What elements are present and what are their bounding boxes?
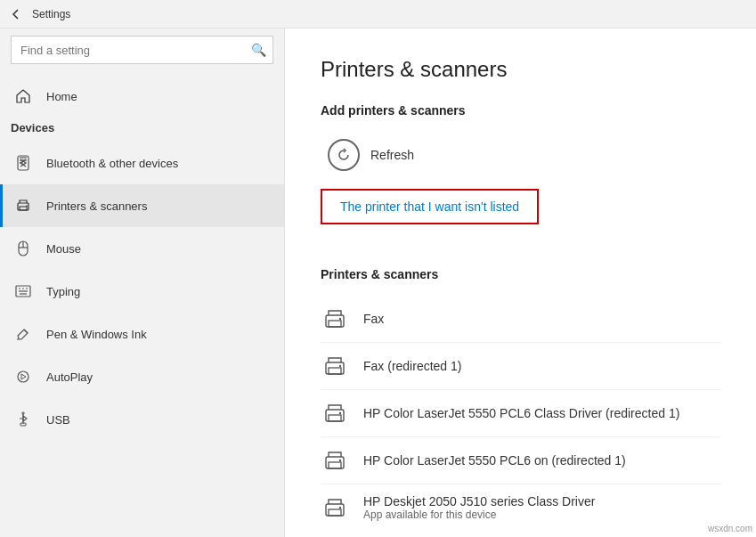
refresh-label: Refresh [370, 148, 414, 162]
refresh-button[interactable]: Refresh [321, 132, 421, 178]
bluetooth-label: Bluetooth & other devices [46, 157, 178, 170]
typing-label: Typing [46, 285, 80, 298]
svg-rect-22 [329, 321, 341, 327]
sidebar-item-usb[interactable]: USB [0, 398, 284, 441]
printers-list: Fax Fax (redirected 1) [321, 296, 720, 531]
watermark: wsxdn.com [708, 524, 752, 533]
usb-label: USB [46, 413, 70, 427]
printer-name: HP Color LaserJet 5550 PCL6 on (redirect… [363, 453, 626, 468]
printers-label: Printers & scanners [46, 199, 147, 213]
printers-list-section: Printers & scanners Fax [321, 267, 720, 531]
sidebar-item-printers[interactable]: Printers & scanners [0, 184, 284, 227]
svg-rect-5 [20, 207, 27, 210]
usb-icon [11, 407, 36, 432]
svg-point-26 [339, 365, 341, 367]
printer-icon [11, 193, 36, 218]
search-container: 🔍 [11, 36, 273, 64]
svg-point-23 [339, 318, 341, 320]
printer-not-listed-box[interactable]: The printer that I want isn't listed [321, 189, 539, 224]
sidebar-item-pen[interactable]: Pen & Windows Ink [0, 313, 284, 355]
add-section-title: Add printers & scanners [321, 103, 720, 118]
svg-point-17 [18, 371, 28, 382]
svg-rect-19 [20, 423, 26, 426]
sidebar-item-mouse[interactable]: Mouse [0, 227, 284, 270]
printer-not-listed-link[interactable]: The printer that I want isn't listed [340, 199, 519, 214]
printer-device-icon [321, 493, 349, 522]
printer-name: HP Color LaserJet 5550 PCL6 Class Driver… [363, 406, 679, 420]
search-icon: 🔍 [251, 43, 266, 57]
printer-name: HP Deskjet 2050 J510 series Class Driver [363, 494, 595, 509]
page-title: Printers & scanners [321, 57, 720, 82]
printer-list-item[interactable]: Fax (redirected 1) [321, 343, 720, 390]
sidebar: 🔍 Home Devices [0, 28, 285, 537]
printer-info: HP Color LaserJet 5550 PCL6 Class Driver… [363, 406, 679, 420]
sidebar-item-bluetooth[interactable]: Bluetooth & other devices [0, 142, 284, 184]
title-bar-title: Settings [32, 8, 70, 20]
search-input[interactable] [11, 36, 273, 64]
svg-rect-25 [329, 368, 341, 374]
printer-device-icon [321, 305, 349, 333]
svg-point-35 [339, 507, 341, 509]
autoplay-label: AutoPlay [46, 370, 93, 384]
printer-list-item[interactable]: Fax [321, 296, 720, 343]
home-icon [11, 84, 36, 109]
svg-line-16 [24, 330, 28, 333]
svg-point-29 [339, 412, 341, 414]
printer-info: Fax [363, 312, 384, 326]
svg-rect-28 [329, 415, 341, 421]
printer-name: Fax (redirected 1) [363, 359, 461, 373]
sidebar-item-autoplay[interactable]: AutoPlay [0, 355, 284, 398]
mouse-icon [11, 236, 36, 261]
sidebar-section-label: Devices [0, 118, 284, 142]
autoplay-icon [11, 364, 36, 389]
svg-point-32 [339, 460, 341, 461]
printer-device-icon [321, 399, 349, 427]
sidebar-item-home[interactable]: Home [0, 75, 284, 118]
printer-name: Fax [363, 312, 384, 326]
printer-device-icon [321, 352, 349, 380]
printer-sub: App available for this device [363, 509, 595, 521]
main-layout: 🔍 Home Devices [0, 28, 756, 537]
pen-icon [11, 321, 36, 346]
bluetooth-icon [11, 151, 36, 175]
content-area: Printers & scanners Add printers & scann… [285, 28, 756, 537]
printer-device-icon [321, 446, 349, 475]
printer-info: HP Color LaserJet 5550 PCL6 on (redirect… [363, 453, 626, 468]
printer-list-item[interactable]: HP Color LaserJet 5550 PCL6 on (redirect… [321, 437, 720, 484]
svg-rect-31 [329, 462, 341, 468]
printer-list-item[interactable]: HP Deskjet 2050 J510 series Class Driver… [321, 484, 720, 531]
typing-icon [11, 279, 36, 304]
refresh-icon [328, 139, 360, 171]
add-printer-section: Add printers & scanners Refresh The prin… [321, 103, 720, 246]
back-button[interactable] [7, 5, 25, 23]
title-bar: Settings [0, 0, 756, 28]
pen-label: Pen & Windows Ink [46, 328, 147, 341]
sidebar-item-typing[interactable]: Typing [0, 270, 284, 313]
svg-point-6 [26, 205, 28, 207]
printers-section-title: Printers & scanners [321, 267, 720, 281]
mouse-label: Mouse [46, 242, 81, 256]
printer-info: Fax (redirected 1) [363, 359, 461, 373]
printer-info: HP Deskjet 2050 J510 series Class Driver… [363, 494, 595, 521]
svg-rect-34 [329, 509, 341, 516]
printer-list-item[interactable]: HP Color LaserJet 5550 PCL6 Class Driver… [321, 390, 720, 437]
home-label: Home [46, 90, 77, 103]
